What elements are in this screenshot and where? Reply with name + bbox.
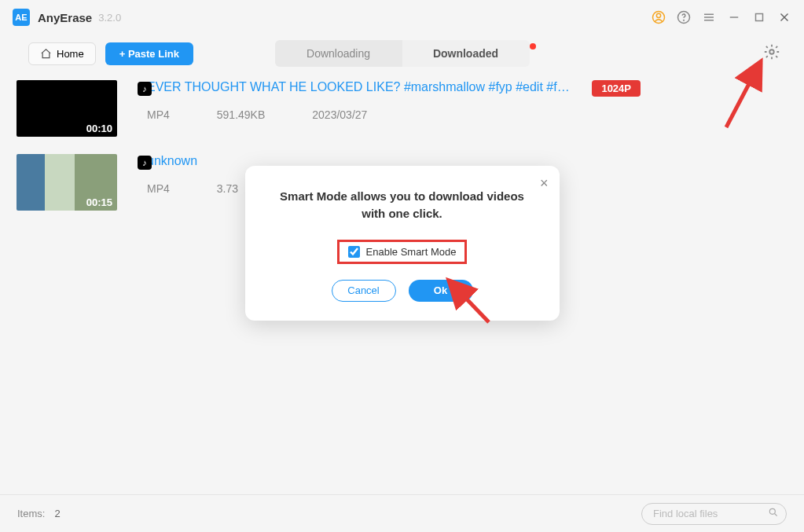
duration-label: 00:15 xyxy=(86,196,112,208)
thumbnail[interactable]: 00:10 xyxy=(17,80,117,137)
quality-badge: 1024P xyxy=(592,80,641,97)
statusbar: Items: 2 xyxy=(0,494,804,532)
titlebar: AE AnyErase 3.2.0 xyxy=(0,0,804,35)
svg-point-11 xyxy=(769,50,774,54)
item-format: MP4 xyxy=(147,182,170,195)
smart-mode-dialog: × Smart Mode allows you to download vide… xyxy=(245,166,560,321)
notification-dot xyxy=(530,43,536,50)
tab-downloaded[interactable]: Downloaded xyxy=(402,40,530,67)
close-icon[interactable] xyxy=(777,10,791,24)
app-name: AnyErase xyxy=(38,11,92,24)
item-date: 2023/03/27 xyxy=(312,108,367,121)
home-label: Home xyxy=(57,48,84,60)
dialog-close-icon[interactable]: × xyxy=(540,175,549,192)
enable-smart-mode-label[interactable]: Enable Smart Mode xyxy=(366,246,457,258)
user-icon[interactable] xyxy=(652,10,666,24)
item-size: 3.73 xyxy=(217,182,238,195)
menu-icon[interactable] xyxy=(702,10,716,24)
download-item: 00:10 ♪ EVER THOUGHT WHAT HE LOOKED LIKE… xyxy=(17,80,780,137)
tiktok-icon: ♪ xyxy=(138,82,152,96)
items-label: Items: xyxy=(17,508,45,519)
app-version: 3.2.0 xyxy=(98,12,121,24)
paste-link-button[interactable]: + Paste Link xyxy=(105,42,193,65)
cancel-button[interactable]: Cancel xyxy=(332,280,396,302)
home-icon xyxy=(40,48,52,60)
maximize-icon[interactable] xyxy=(752,10,766,24)
items-count: 2 xyxy=(54,508,60,519)
home-button[interactable]: Home xyxy=(28,42,96,65)
app-logo: AE xyxy=(13,9,30,26)
help-icon[interactable] xyxy=(677,10,691,24)
item-format: MP4 xyxy=(147,108,170,121)
dialog-text: Smart Mode allows you to download videos… xyxy=(264,188,541,222)
svg-point-3 xyxy=(684,20,685,20)
thumbnail[interactable]: 00:15 xyxy=(17,154,117,211)
tiktok-icon: ♪ xyxy=(138,156,152,170)
tab-downloading[interactable]: Downloading xyxy=(275,40,402,67)
minimize-icon[interactable] xyxy=(727,10,741,24)
enable-smart-mode-row: Enable Smart Mode xyxy=(337,240,467,264)
settings-icon[interactable] xyxy=(763,43,780,64)
item-size: 591.49KB xyxy=(217,108,266,121)
enable-smart-mode-checkbox[interactable] xyxy=(348,246,360,258)
svg-point-1 xyxy=(656,13,660,17)
item-title[interactable]: EVER THOUGHT WHAT HE LOOKED LIKE? #marsh… xyxy=(147,80,571,94)
ok-button[interactable]: Ok xyxy=(409,280,473,302)
download-segment: Downloading Downloaded xyxy=(275,40,530,67)
duration-label: 00:10 xyxy=(86,123,112,134)
toolbar: Home + Paste Link Downloading Downloaded xyxy=(0,35,804,72)
search-input[interactable] xyxy=(641,503,787,525)
svg-rect-8 xyxy=(756,14,763,21)
